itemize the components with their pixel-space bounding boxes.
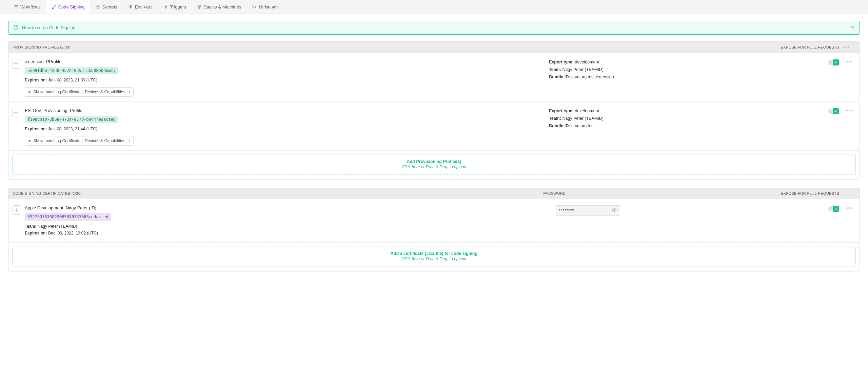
export-type-value: development	[575, 60, 599, 64]
status-dot-icon	[28, 140, 31, 142]
tab-label: Secrets	[102, 4, 117, 10]
workflow-tabs: Workflows Code Signing Secrets Env Vars …	[0, 0, 868, 14]
svg-point-1	[16, 209, 17, 211]
bundle-value: com.org.test	[571, 124, 595, 128]
tab-label: Triggers	[170, 4, 186, 10]
chevron-right-icon	[127, 139, 130, 142]
provisioning-row: extension_PProfile 5ee9fdb6-4238-4522-85…	[8, 53, 860, 102]
dropzone-subtitle: Click here or Drag & Drop to upload	[18, 257, 850, 261]
tab-label: Stacks & Machines	[204, 4, 241, 10]
tab-env-vars[interactable]: Env Vars	[123, 0, 158, 14]
expose-header: EXPOSE FOR PULL REQUESTS	[781, 45, 843, 49]
tab-label: Workflows	[20, 4, 41, 10]
certs-section: Apple Development: Nagy Peter (ID) 63273…	[8, 199, 860, 271]
bundle-label: Bundle ID:	[549, 124, 570, 128]
status-dot-icon	[28, 91, 31, 93]
row-menu-icon[interactable]	[846, 61, 852, 62]
expose-toggle[interactable]	[828, 206, 839, 211]
edit-icon	[52, 5, 56, 10]
tab-workflows[interactable]: Workflows	[8, 0, 46, 14]
row-menu-icon[interactable]	[846, 110, 852, 111]
team-value: Nagy Peter (TEAMID)	[562, 67, 604, 72]
lock-icon	[96, 4, 100, 9]
team-label: Team:	[549, 116, 561, 121]
expires-value: Jan, 08, 2023, 21:44 (UTC)	[48, 127, 97, 131]
expose-toggle[interactable]	[828, 109, 839, 114]
dropzone-title: Add Provisioning Profile(s)	[18, 159, 850, 164]
chevron-right-icon	[127, 91, 130, 93]
team-label: Team:	[25, 224, 36, 229]
layers-icon	[197, 4, 202, 9]
chevron-down-icon[interactable]	[850, 25, 855, 31]
password-input[interactable]	[559, 208, 612, 213]
setup-banner[interactable]: How to setup Code Signing	[8, 21, 860, 35]
provisioning-section: extension_PProfile 5ee9fdb6-4238-4522-85…	[8, 53, 860, 180]
match-btn-label: Show matching Certificates, Devices & Ca…	[33, 90, 125, 94]
row-menu-icon[interactable]	[846, 207, 852, 209]
tab-secrets[interactable]: Secrets	[90, 0, 123, 14]
expose-header: EXPOSE FOR PULL REQUESTS	[781, 191, 843, 195]
expose-toggle[interactable]	[828, 60, 839, 65]
expires-value: Jan, 08, 2023, 21:39 (UTC)	[48, 78, 97, 82]
expires-label: Expires on:	[25, 231, 47, 236]
expires-label: Expires on:	[25, 127, 47, 131]
export-type-value: development	[575, 109, 599, 113]
match-btn-label: Show matching Certificates, Devices & Ca…	[33, 138, 125, 143]
tab-stacks-machines[interactable]: Stacks & Machines	[192, 0, 247, 14]
dollar-icon	[128, 4, 133, 9]
cert-serial: 632730781882906501633386Sredacted	[25, 213, 111, 221]
gear-file-icon	[13, 205, 20, 215]
certs-section-header: CODE SIGNING CERTIFICATES (1/30) PASSWOR…	[8, 188, 860, 199]
bundle-label: Bundle ID:	[549, 75, 570, 79]
team-label: Team:	[549, 67, 561, 72]
tab-label: bitrise.yml	[259, 4, 279, 10]
section-title: CODE SIGNING CERTIFICATES (1/30)	[13, 191, 544, 195]
lightning-icon	[163, 4, 168, 9]
password-field[interactable]	[556, 205, 620, 216]
export-type-label: Export type:	[549, 60, 574, 64]
bundle-value: com.org.test.extension	[571, 75, 614, 79]
cert-row: Apple Development: Nagy Peter (ID) 63273…	[8, 199, 860, 243]
provisioning-section-header: PROVISIONING PROFILE (2/30) EXPOSE FOR P…	[8, 41, 860, 53]
add-certificate-dropzone[interactable]: Add a certificate (.p12 file) for code s…	[13, 246, 855, 266]
profile-name: extension_PProfile	[25, 59, 544, 64]
file-icon	[13, 59, 20, 69]
tab-bitrise-yml[interactable]: bitrise.yml	[246, 0, 284, 14]
add-provisioning-dropzone[interactable]: Add Provisioning Profile(s) Click here o…	[13, 154, 855, 174]
expires-value: Dec, 09, 2022, 19:02 (UTC)	[48, 231, 98, 236]
show-matching-button[interactable]: Show matching Certificates, Devices & Ca…	[25, 87, 134, 97]
code-icon	[252, 4, 257, 9]
show-matching-button[interactable]: Show matching Certificates, Devices & Ca…	[25, 136, 134, 146]
banner-title: How to setup Code Signing	[22, 25, 76, 30]
eye-off-icon[interactable]	[612, 207, 617, 214]
dropzone-title: Add a certificate (.p12 file) for code s…	[18, 251, 850, 256]
export-type-label: Export type:	[549, 109, 574, 113]
tab-code-signing[interactable]: Code Signing	[46, 0, 90, 14]
team-value: Nagy Peter (TEAMID)	[38, 224, 77, 229]
dropzone-subtitle: Click here or Drag & Drop to upload	[18, 165, 850, 169]
cert-name: Apple Development: Nagy Peter (ID)	[25, 205, 551, 210]
section-menu-icon[interactable]	[843, 46, 855, 48]
expires-label: Expires on:	[25, 78, 47, 82]
tab-triggers[interactable]: Triggers	[158, 0, 192, 14]
tab-label: Env Vars	[135, 4, 153, 10]
tab-label: Code Signing	[58, 4, 85, 10]
profile-name: ES_Dev_Provisioning_Profile	[25, 108, 544, 113]
profile-uuid: f198c010-3b68-473a-877b-b044redacted	[25, 116, 118, 123]
provisioning-row: ES_Dev_Provisioning_Profile f198c010-3b6…	[8, 102, 860, 151]
profile-uuid: 5ee9fdb6-4238-4522-8553-3b588e0dummy	[25, 67, 118, 74]
section-title: PROVISIONING PROFILE (2/30)	[13, 45, 781, 49]
list-icon	[14, 4, 18, 9]
help-circle-icon	[13, 24, 19, 31]
file-icon	[13, 108, 20, 117]
password-header: PASSWORD	[544, 191, 781, 195]
team-value: Nagy Peter (TEAMID)	[562, 116, 604, 121]
